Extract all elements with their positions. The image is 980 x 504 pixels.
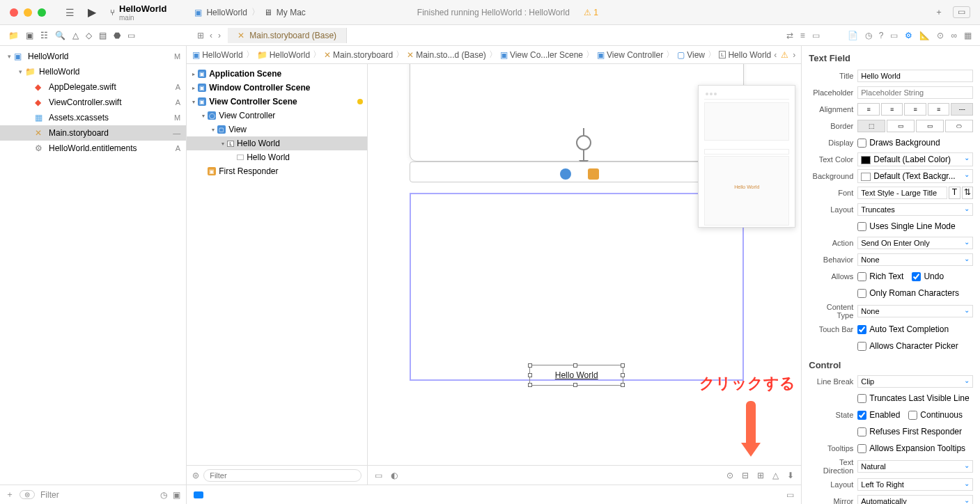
font-stepper[interactable]: ⇅ xyxy=(962,187,973,199)
placeholder-input[interactable] xyxy=(857,86,973,99)
behavior-select[interactable]: None xyxy=(857,253,973,266)
branch-picker[interactable]: ⑂ HelloWorld main xyxy=(110,3,166,22)
tree-row-folder[interactable]: ▾ 📁 HelloWorld xyxy=(0,64,186,79)
title-input[interactable] xyxy=(857,70,973,82)
back-button[interactable]: ‹ xyxy=(210,31,212,40)
border-segmented[interactable]: ⬚▭▭⬭ xyxy=(857,120,973,132)
jumpbar-back-icon[interactable]: ‹ xyxy=(774,50,777,60)
symbol-nav-icon[interactable]: ☷ xyxy=(40,31,48,40)
project-nav-icon[interactable]: 📁 xyxy=(8,31,19,40)
auto-complete-checkbox[interactable] xyxy=(857,325,866,334)
layout-direction-select[interactable]: Left To Right xyxy=(857,478,973,491)
appearance-toggle-icon[interactable]: ◐ xyxy=(391,471,398,480)
continuous-checkbox[interactable] xyxy=(908,411,917,420)
resize-handle[interactable] xyxy=(528,363,532,368)
tree-row-file[interactable]: ◆ ViewController.swift A xyxy=(0,95,186,110)
outline-item-selected[interactable]: ▾ L Hello World xyxy=(187,136,367,150)
zoom-fit-icon[interactable]: ⊙ xyxy=(726,471,733,480)
layout-select[interactable]: Truncates xyxy=(857,203,973,216)
minimize-window-button[interactable] xyxy=(24,8,32,17)
editor-options-icon[interactable]: ▭ xyxy=(812,31,820,40)
chevron-down-icon[interactable]: ▾ xyxy=(189,99,198,105)
identity-inspector-icon[interactable]: ▭ xyxy=(890,31,898,40)
text-direction-select[interactable]: Natural xyxy=(857,460,973,473)
mirror-select[interactable]: Automatically xyxy=(857,495,973,504)
resize-handle[interactable] xyxy=(621,383,625,387)
outline-item[interactable]: ▣ First Responder xyxy=(187,164,367,178)
vc-dock-icon[interactable] xyxy=(560,168,571,180)
forward-button[interactable]: › xyxy=(218,31,221,40)
breakpoint-nav-icon[interactable]: ⬣ xyxy=(114,31,120,40)
warning-badge[interactable]: ⚠ 1 xyxy=(584,8,598,17)
connections-inspector-icon[interactable]: ⊙ xyxy=(937,31,944,40)
scm-filter-icon[interactable]: ▣ xyxy=(173,490,180,500)
minimap[interactable]: Hello World xyxy=(698,85,795,228)
report-nav-icon[interactable]: ▭ xyxy=(127,31,135,40)
related-items-icon[interactable]: ⊞ xyxy=(197,31,204,40)
background-color-select[interactable]: Default (Text Backgr... xyxy=(857,169,973,183)
resize-handle[interactable] xyxy=(621,373,625,377)
content-type-select[interactable]: None xyxy=(857,305,973,317)
chevron-down-icon[interactable]: ▾ xyxy=(15,68,25,75)
jumpbar-warning-icon[interactable]: ⚠ xyxy=(781,50,788,60)
rich-text-checkbox[interactable] xyxy=(857,272,866,281)
debug-area-toggle-icon[interactable]: ▭ xyxy=(786,490,794,500)
debug-toggle-icon[interactable] xyxy=(194,491,203,498)
run-button[interactable]: ▶ xyxy=(88,6,96,19)
find-nav-icon[interactable]: 🔍 xyxy=(55,31,65,40)
text-color-select[interactable]: Default (Label Color) xyxy=(857,152,973,166)
alignment-segmented[interactable]: ≡≡≡≡--- xyxy=(857,103,973,116)
tree-row-file[interactable]: ▦ Assets.xcassets M xyxy=(0,110,186,125)
resize-handle[interactable] xyxy=(573,383,577,387)
char-picker-checkbox[interactable] xyxy=(857,342,866,351)
history-inspector-icon[interactable]: ◷ xyxy=(865,31,872,40)
chevron-right-icon[interactable]: ▸ xyxy=(189,85,198,91)
zoom-window-button[interactable] xyxy=(38,8,46,17)
sidebar-toggle-icon[interactable]: ☰ xyxy=(60,7,79,18)
add-file-button[interactable]: ＋ xyxy=(6,489,14,501)
tree-row-file-selected[interactable]: ✕ Main.storyboard — xyxy=(0,125,186,141)
scheme-picker[interactable]: ▣ HelloWorld 〉 🖥 My Mac xyxy=(194,6,305,18)
draws-bg-checkbox[interactable] xyxy=(857,139,866,148)
resize-handle[interactable] xyxy=(528,383,532,387)
attributes-inspector-icon[interactable]: ⚙ xyxy=(905,31,912,40)
test-nav-icon[interactable]: ◇ xyxy=(86,31,92,40)
tree-row-file[interactable]: ◆ AppDelegate.swift A xyxy=(0,79,186,95)
enabled-checkbox[interactable] xyxy=(857,411,866,420)
outline-item[interactable]: ▾ ▢ View xyxy=(187,123,367,136)
font-input[interactable] xyxy=(857,187,947,199)
line-break-select[interactable]: Clip xyxy=(857,375,973,388)
pin-icon[interactable]: ⊞ xyxy=(757,471,764,480)
resize-handle[interactable] xyxy=(528,373,532,377)
close-window-button[interactable] xyxy=(10,8,18,17)
recent-filter-icon[interactable]: ◷ xyxy=(160,490,167,500)
expansion-checkbox[interactable] xyxy=(857,444,866,453)
jump-bar[interactable]: ▣HelloWorld〉 📁HelloWorld〉 ✕Main.storyboa… xyxy=(187,46,801,64)
size-inspector-icon[interactable]: 📐 xyxy=(919,31,930,40)
chevron-down-icon[interactable]: ▾ xyxy=(209,127,217,133)
issue-nav-icon[interactable]: △ xyxy=(72,31,79,40)
outline-scene[interactable]: ▾ ▣ View Controller Scene xyxy=(187,95,367,109)
embed-icon[interactable]: ⬇ xyxy=(787,471,794,480)
outline-scene[interactable]: ▸ ▣ Application Scene xyxy=(187,67,367,81)
editor-lines-icon[interactable]: ≡ xyxy=(800,31,805,40)
source-control-nav-icon[interactable]: ▣ xyxy=(26,31,33,40)
help-inspector-icon[interactable]: ? xyxy=(879,31,884,40)
outline-scene[interactable]: ▸ ▣ Window Controller Scene xyxy=(187,81,367,95)
outline-filter-input[interactable] xyxy=(203,469,361,482)
text-field-selected[interactable]: Hello World xyxy=(529,365,623,386)
file-inspector-icon[interactable]: 📄 xyxy=(848,31,858,40)
debug-nav-icon[interactable]: ▤ xyxy=(99,31,107,40)
chevron-down-icon[interactable]: ▾ xyxy=(4,53,14,60)
resolve-icon[interactable]: △ xyxy=(772,471,779,480)
chevron-right-icon[interactable]: ▸ xyxy=(189,71,198,77)
effects-inspector-icon[interactable]: ▦ xyxy=(964,31,972,40)
library-button[interactable]: ▭ xyxy=(953,6,970,18)
outline-item[interactable]: ▾ ◯ View Controller xyxy=(187,109,367,123)
tree-row-project[interactable]: ▾ ▣ HelloWorld M xyxy=(0,49,186,64)
align-icon[interactable]: ⊟ xyxy=(742,471,749,480)
resize-handle[interactable] xyxy=(573,363,577,368)
outline-toggle-icon[interactable]: ▭ xyxy=(375,471,382,480)
resize-handle[interactable] xyxy=(621,363,625,368)
truncates-last-checkbox[interactable] xyxy=(857,394,866,403)
